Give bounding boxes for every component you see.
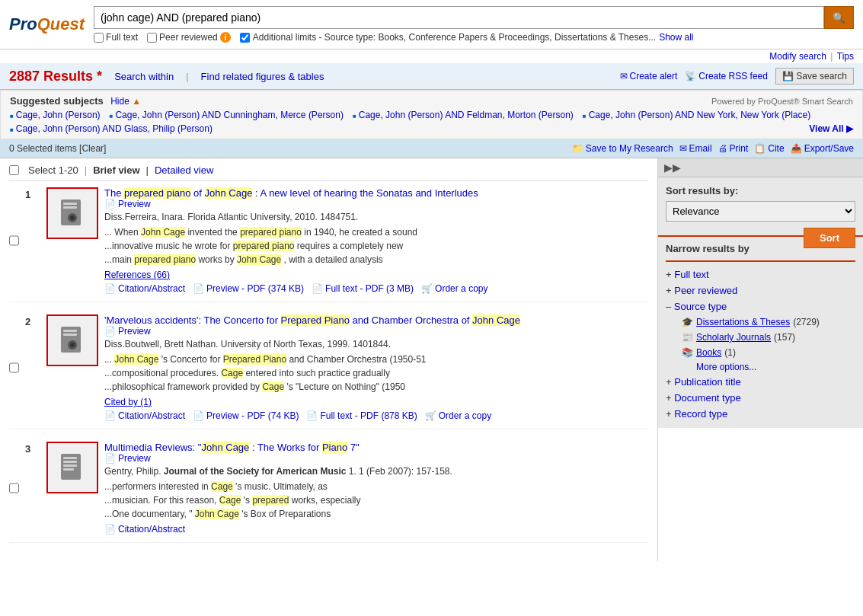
book-icon: 📚 (681, 346, 693, 359)
results-actions: ✉ Create alert 📡 Create RSS feed 💾 Save … (620, 68, 854, 85)
cite-link[interactable]: 📋 Cite (754, 143, 784, 154)
more-options-link[interactable]: More options... (681, 360, 855, 374)
find-related-link[interactable]: Find related figures & tables (201, 71, 324, 82)
sort-box: Sort results by: Relevance Date (newest)… (658, 177, 863, 237)
subject-cage-newyork[interactable]: Cage, John (Person) AND New York, New Yo… (583, 110, 810, 120)
citation-abstract-link-1[interactable]: 📄 Citation/Abstract (104, 283, 185, 294)
result-title-link-1[interactable]: The prepared piano of John Cage : A new … (104, 187, 478, 199)
result-title-link-3[interactable]: Multimedia Reviews: "John Cage : The Wor… (104, 442, 360, 453)
preview-link-3[interactable]: 📄 Preview (104, 453, 648, 464)
preview-pdf-link-2[interactable]: 📄 Preview - PDF (74 KB) (193, 410, 299, 421)
select-range-label: Select 1-20 (28, 164, 78, 176)
order-copy-link-2[interactable]: 🛒 Order a copy (425, 410, 491, 421)
references-link-1[interactable]: References (66) (104, 270, 170, 280)
narrow-peer-reviewed-link[interactable]: Peer reviewed (674, 285, 737, 296)
export-save-link[interactable]: 📤 Export/Save (791, 143, 854, 154)
pdf-fulltext-icon-2: 📄 (306, 410, 318, 421)
subject-cage-cunningham[interactable]: Cage, John (Person) AND Cunningham, Merc… (110, 110, 344, 120)
detailed-view-tab[interactable]: Detailed view (155, 164, 213, 176)
narrow-full-text-link[interactable]: Full text (674, 269, 709, 280)
dissertations-link[interactable]: Dissertations & Theses (696, 317, 790, 327)
peer-reviewed-checkbox[interactable] (147, 33, 157, 43)
subject-cage-feldman[interactable]: Cage, John (Person) AND Feldman, Morton … (353, 110, 574, 120)
select-all-checkbox[interactable] (9, 165, 19, 175)
books-link[interactable]: Books (696, 347, 721, 358)
result-meta-3: Gentry, Philip. Journal of the Society f… (104, 466, 648, 477)
peer-reviewed-checkbox-label[interactable]: Peer reviewed i (147, 32, 231, 43)
doc-icon-3: 📄 (104, 524, 116, 535)
pdf-icon-1: 📄 (193, 283, 204, 294)
view-all-link[interactable]: View All ▶ (809, 123, 853, 134)
result-item-2: 2 'Marvelous accidents': The Concerto fo… (9, 314, 648, 429)
email-icon: ✉ (620, 71, 628, 81)
save-search-button[interactable]: 💾 Save search (775, 68, 854, 85)
search-within-link[interactable]: Search within (114, 71, 174, 82)
narrow-full-text[interactable]: Full text (666, 267, 855, 282)
create-alert-link[interactable]: ✉ Create alert (620, 71, 678, 81)
order-copy-link-1[interactable]: 🛒 Order a copy (421, 283, 487, 294)
suggested-subjects-title: Suggested subjects (10, 95, 104, 107)
narrow-document-type-link[interactable]: Document type (674, 392, 740, 404)
svg-point-9 (70, 343, 75, 347)
additional-limits-checkbox[interactable] (240, 33, 250, 43)
sidebar-arrows[interactable]: ▶▶ (658, 158, 863, 177)
scholarly-journals-link[interactable]: Scholarly Journals (696, 332, 771, 343)
search-input[interactable] (94, 6, 824, 29)
result-number-2: 2 (25, 314, 40, 421)
show-all-link[interactable]: Show all (659, 32, 693, 43)
result-meta-1: Diss.Ferreira, Inara. Florida Atlantic U… (104, 212, 648, 222)
hide-link[interactable]: Hide (110, 96, 129, 107)
svg-rect-12 (63, 461, 77, 463)
result-snippets-3: ...performers interested in Cage 's musi… (104, 480, 648, 521)
narrow-publication-title[interactable]: Publication title (666, 374, 855, 390)
citation-abstract-link-3[interactable]: 📄 Citation/Abstract (104, 524, 185, 535)
view-controls: Select 1-20 | Brief view | Detailed view (9, 164, 648, 181)
result-links-1: 📄 Citation/Abstract 📄 Preview - PDF (374… (104, 283, 648, 294)
sort-select[interactable]: Relevance Date (newest) Date (oldest) Au… (666, 201, 855, 222)
fulltext-pdf-link-1[interactable]: 📄 Full text - PDF (3 MB) (312, 283, 414, 294)
result-meta-2: Diss.Boutwell, Brett Nathan. University … (104, 339, 648, 349)
brief-view-tab[interactable]: Brief view (93, 164, 139, 176)
modify-search-link[interactable]: Modify search (769, 51, 826, 62)
narrow-source-type[interactable]: Source type (666, 298, 855, 314)
email-link[interactable]: ✉ Email (679, 143, 712, 154)
save-to-research-link[interactable]: 📁 Save to My Research (572, 143, 673, 154)
result-checkbox-3[interactable] (9, 442, 19, 535)
narrow-peer-reviewed[interactable]: Peer reviewed (666, 282, 855, 298)
sort-button[interactable]: Sort (804, 228, 855, 248)
narrow-publication-title-link[interactable]: Publication title (674, 376, 740, 388)
preview-icon-1: 📄 (104, 199, 116, 209)
sidebar: ▶▶ Sort results by: Relevance Date (newe… (657, 158, 863, 561)
dissertation-icon: 🎓 (681, 316, 693, 328)
preview-link-2[interactable]: 📄 Preview (104, 326, 648, 337)
subject-cage-person[interactable]: Cage, John (Person) (10, 110, 101, 120)
journal-icon: 📰 (681, 331, 693, 343)
fulltext-pdf-link-2[interactable]: 📄 Full text - PDF (878 KB) (306, 410, 417, 421)
svg-rect-2 (63, 206, 77, 209)
full-text-checkbox[interactable] (94, 33, 104, 43)
svg-rect-6 (63, 330, 77, 332)
full-text-checkbox-label[interactable]: Full text (94, 32, 138, 43)
search-button[interactable]: 🔍 (824, 6, 854, 29)
result-checkbox-2[interactable] (9, 314, 19, 421)
narrow-document-type[interactable]: Document type (666, 390, 855, 406)
result-snippets-1: ... When John Cage invented the prepared… (104, 225, 648, 267)
cited-by-link-2[interactable]: Cited by (1) (104, 397, 152, 407)
result-refs-2: Cited by (1) (104, 397, 648, 407)
subject-cage-glass[interactable]: Cage, John (Person) AND Glass, Philip (P… (10, 123, 213, 134)
results-panel: Select 1-20 | Brief view | Detailed view… (0, 158, 657, 561)
result-checkbox-1[interactable] (9, 187, 19, 294)
result-title-link-2[interactable]: 'Marvelous accidents': The Concerto for … (104, 314, 520, 326)
result-content-2: 'Marvelous accidents': The Concerto for … (104, 314, 648, 421)
preview-link-1[interactable]: 📄 Preview (104, 199, 648, 209)
tips-link[interactable]: Tips (837, 51, 854, 62)
narrow-record-type-link[interactable]: Record type (674, 408, 727, 420)
svg-point-4 (70, 215, 75, 220)
citation-abstract-link-2[interactable]: 📄 Citation/Abstract (104, 410, 185, 421)
preview-pdf-link-1[interactable]: 📄 Preview - PDF (374 KB) (193, 283, 304, 294)
narrow-source-type-link[interactable]: Source type (674, 301, 727, 312)
narrow-record-type[interactable]: Record type (666, 406, 855, 422)
print-link[interactable]: 🖨 Print (718, 143, 749, 154)
selected-count-text: 0 Selected items [Clear] (9, 143, 106, 154)
create-rss-link[interactable]: 📡 Create RSS feed (685, 71, 768, 81)
